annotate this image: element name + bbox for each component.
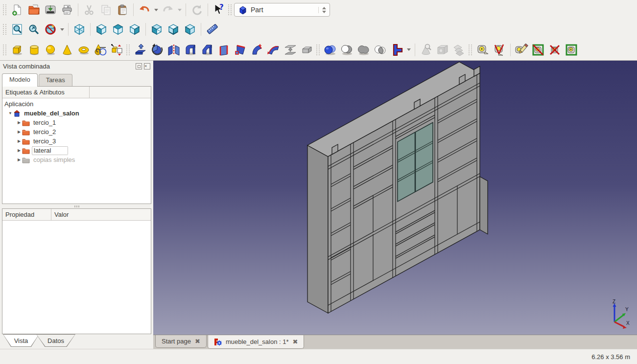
print-button[interactable] xyxy=(59,2,75,18)
tree-item[interactable]: ▶ copias simples xyxy=(2,155,151,164)
tree-root[interactable]: Aplicación xyxy=(2,99,151,109)
create-primitives-button[interactable] xyxy=(92,42,109,58)
tree-item[interactable]: ▶ tercio_1 xyxy=(2,118,151,127)
close-icon[interactable]: ✖ xyxy=(195,338,200,345)
toolbar-drag-handle[interactable] xyxy=(469,45,472,55)
view-left-button[interactable] xyxy=(182,22,198,37)
check-geometry-button[interactable] xyxy=(418,42,434,58)
revolve-button[interactable] xyxy=(149,42,165,58)
boolean-cut-button[interactable] xyxy=(339,42,355,58)
redo-dropdown-button[interactable] xyxy=(176,2,183,18)
undo-button[interactable] xyxy=(136,2,153,18)
close-icon[interactable]: ✖ xyxy=(293,338,298,345)
expander-closed-icon[interactable]: ▶ xyxy=(16,130,22,134)
extrude-button[interactable] xyxy=(132,42,149,58)
measure-toggle-delta-button[interactable] xyxy=(563,42,580,58)
toolbar-drag-handle[interactable] xyxy=(126,45,130,55)
box-button[interactable] xyxy=(9,42,25,58)
tab-tareas[interactable]: Tareas xyxy=(39,74,72,86)
toolbar-drag-handle[interactable] xyxy=(228,4,232,15)
cross-sections-button[interactable] xyxy=(451,42,468,58)
tab-start-page[interactable]: Start page ✖ xyxy=(155,335,207,348)
paste-button[interactable] xyxy=(114,2,131,18)
chamfer-button[interactable] xyxy=(199,42,215,58)
workbench-selector-spinner[interactable] xyxy=(318,7,328,13)
tree-item[interactable]: ▶ tercio_3 xyxy=(2,136,151,146)
measure-clear-all-button[interactable] xyxy=(513,42,530,58)
panel-close-button[interactable]: × xyxy=(144,63,150,69)
cylinder-button[interactable] xyxy=(25,42,42,58)
join-connect-button[interactable] xyxy=(389,42,405,58)
draw-style-button[interactable] xyxy=(42,22,59,37)
value-column-header[interactable]: Valor xyxy=(51,209,151,220)
cabinet-3d-model[interactable] xyxy=(153,61,636,335)
defeaturing-button[interactable] xyxy=(434,42,451,58)
copy-button[interactable] xyxy=(97,2,114,18)
view-axonometric-button[interactable] xyxy=(71,22,88,37)
cut-button[interactable] xyxy=(81,2,97,18)
tab-modelo[interactable]: Modelo xyxy=(2,73,38,87)
view-bottom-button[interactable] xyxy=(165,22,182,37)
toolbar-drag-handle[interactable] xyxy=(316,45,320,55)
expander-open-icon[interactable]: ▼ xyxy=(7,111,13,115)
save-button[interactable] xyxy=(42,2,59,18)
torus-button[interactable] xyxy=(75,42,92,58)
join-dropdown-button[interactable] xyxy=(405,42,412,58)
refresh-button[interactable] xyxy=(189,2,205,18)
panel-splitter[interactable] xyxy=(0,204,153,208)
3d-viewport[interactable]: Z Y X xyxy=(153,61,637,335)
thickness-button[interactable] xyxy=(299,42,315,58)
sweep-button[interactable] xyxy=(265,42,282,58)
make-face-button[interactable] xyxy=(215,42,232,58)
boolean-union-button[interactable] xyxy=(355,42,372,58)
part-cube-icon xyxy=(238,5,247,14)
measure-angular-button[interactable] xyxy=(491,42,508,58)
loft-button[interactable] xyxy=(249,42,265,58)
tree-column-header[interactable]: Etiquetas & Atributos xyxy=(2,87,90,98)
folder-gray-icon xyxy=(22,157,30,163)
whats-this-button[interactable]: ? xyxy=(211,2,227,18)
tree-item[interactable]: ▶ lateral xyxy=(2,146,151,155)
redo-button[interactable] xyxy=(160,2,176,18)
mirror-button[interactable] xyxy=(165,42,182,58)
view-right-button[interactable] xyxy=(126,22,143,37)
draw-style-dropdown-button[interactable] xyxy=(59,22,66,37)
toolbar-drag-handle[interactable] xyxy=(3,4,6,15)
sphere-button[interactable] xyxy=(42,42,59,58)
measure-distance-button[interactable] xyxy=(204,22,220,37)
tab-document-active[interactable]: mueble_del_salon : 1* ✖ xyxy=(208,335,305,349)
offset-button[interactable] xyxy=(282,42,299,58)
panel-float-button[interactable] xyxy=(136,63,142,69)
view-rear-button[interactable] xyxy=(148,22,165,37)
measure-linear-button[interactable] xyxy=(474,42,491,58)
tree-item-document[interactable]: ▼ mueble_del_salon xyxy=(2,109,151,118)
boolean-button[interactable] xyxy=(322,42,339,58)
view-right-icon xyxy=(128,23,141,36)
fillet-button[interactable] xyxy=(182,42,199,58)
property-column-header[interactable]: Propiedad xyxy=(2,209,51,220)
ruled-surface-button[interactable] xyxy=(232,42,249,58)
zoom-button[interactable] xyxy=(25,22,42,37)
tab-vista[interactable]: Vista xyxy=(3,334,39,347)
new-file-button[interactable] xyxy=(9,2,25,18)
expander-closed-icon[interactable]: ▶ xyxy=(16,148,22,153)
undo-dropdown-button[interactable] xyxy=(153,2,160,18)
view-front-button[interactable] xyxy=(93,22,110,37)
toolbar-drag-handle[interactable] xyxy=(3,24,6,35)
measure-toggle-all-button[interactable] xyxy=(530,42,546,58)
cone-button[interactable] xyxy=(59,42,75,58)
boolean-intersection-button[interactable] xyxy=(372,42,389,58)
expander-closed-icon[interactable]: ▶ xyxy=(16,120,22,125)
view-top-button[interactable] xyxy=(110,22,126,37)
expander-closed-icon[interactable]: ▶ xyxy=(16,139,22,143)
open-file-button[interactable] xyxy=(25,2,42,18)
shape-builder-button[interactable] xyxy=(109,42,125,58)
expander-closed-icon[interactable]: ▶ xyxy=(16,158,22,162)
file-toolbar: ? Part xyxy=(0,0,637,20)
tree-item[interactable]: ▶ tercio_2 xyxy=(2,127,151,136)
workbench-selector[interactable]: Part xyxy=(234,3,330,17)
tab-datos[interactable]: Datos xyxy=(36,334,75,347)
toolbar-drag-handle[interactable] xyxy=(3,45,6,55)
fit-all-button[interactable] xyxy=(9,22,25,37)
measure-toggle-3d-button[interactable] xyxy=(546,42,563,58)
